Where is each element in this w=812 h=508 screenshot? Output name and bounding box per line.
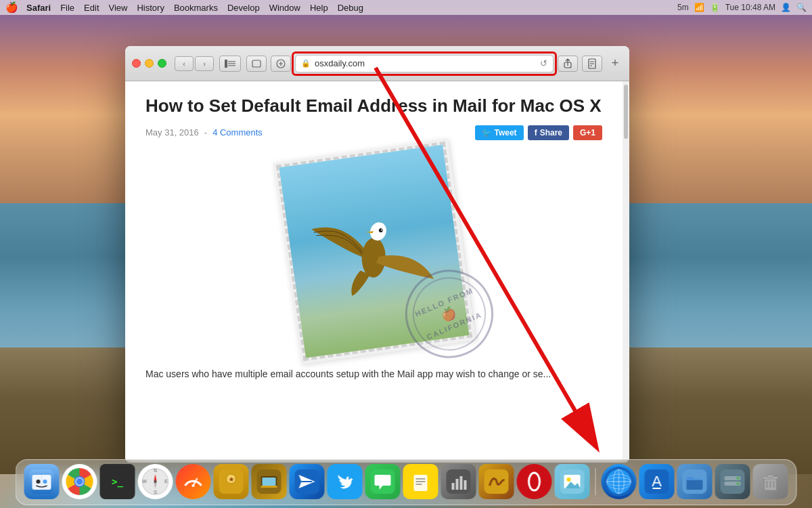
safari-titlebar: ‹ › (125, 46, 629, 81)
lock-icon: 🔒 (301, 59, 311, 68)
menubar-develop[interactable]: Develop (227, 3, 260, 13)
svg-rect-63 (460, 476, 463, 490)
svg-rect-64 (464, 480, 467, 490)
dock-preview[interactable] (555, 464, 590, 499)
dock-send-app[interactable] (290, 464, 325, 499)
meta-separator: - (204, 127, 207, 137)
svg-rect-56 (414, 475, 428, 491)
mail-stamp: HELLO FROM 🍎 CALIFORNIA (273, 138, 475, 364)
svg-rect-1 (228, 61, 235, 62)
tab-overview-button[interactable] (246, 56, 267, 72)
dock-finder[interactable] (24, 464, 60, 499)
dock-files[interactable] (677, 464, 713, 499)
nav-buttons: ‹ › (175, 56, 214, 71)
menubar-file[interactable]: File (60, 3, 74, 13)
dock-safari-red[interactable] (176, 464, 211, 499)
facebook-icon: f (535, 128, 537, 137)
dock-safari[interactable]: N S W E (138, 464, 173, 499)
article-body: Mac users who have multiple email accoun… (145, 366, 602, 381)
safari-content: How to Set Default Email Address in Mail… (125, 81, 629, 463)
facebook-share-button[interactable]: f Share (528, 125, 569, 140)
reading-list-button[interactable] (582, 56, 602, 72)
article-date: May 31, 2016 (145, 127, 199, 137)
svg-text:S: S (154, 490, 157, 494)
traffic-lights (132, 59, 166, 68)
url-text[interactable]: osxdaily.com (315, 58, 365, 68)
sidebar-toggle[interactable] (219, 56, 241, 72)
dock-twitter[interactable] (328, 464, 363, 499)
svg-point-85 (737, 477, 740, 480)
menubar-window[interactable]: Window (269, 3, 300, 13)
svg-text:A: A (652, 473, 662, 490)
dock-chrome[interactable] (62, 464, 97, 499)
svg-point-70 (567, 478, 571, 482)
scrollbar-thumb[interactable] (624, 85, 628, 139)
dock-trash[interactable] (753, 464, 788, 499)
menubar-user-icon: 👤 (781, 3, 791, 12)
desktop: 🍎 Safari File Edit View History Bookmark… (0, 0, 812, 508)
url-bar[interactable]: 🔒 osxdaily.com ↺ (295, 55, 554, 72)
article-comments-link[interactable]: 4 Comments (212, 127, 263, 137)
postmark-line2: CALIFORNIA (425, 310, 483, 341)
dock-messages[interactable] (365, 464, 401, 499)
apple-menu-icon[interactable]: 🍎 (5, 1, 18, 14)
postmark-line1: HELLO FROM (413, 286, 474, 318)
forward-button[interactable]: › (195, 56, 214, 71)
menubar-battery-icon: 🔋 (710, 3, 720, 12)
menubar-safari[interactable]: Safari (26, 3, 51, 13)
dock: >_ N S W E (16, 459, 797, 505)
url-bar-wrapper: 🔒 osxdaily.com ↺ (295, 55, 554, 72)
close-button[interactable] (132, 59, 141, 68)
dock-music-bars[interactable] (441, 464, 476, 499)
svg-rect-91 (767, 475, 774, 478)
gplus-button[interactable]: G+1 (573, 125, 602, 140)
reload-icon[interactable]: ↺ (540, 58, 547, 68)
svg-point-22 (37, 480, 41, 484)
article-area: How to Set Default Email Address in Mail… (125, 81, 623, 463)
menubar: 🍎 Safari File Edit View History Bookmark… (0, 0, 812, 15)
stamp-illustration: HELLO FROM 🍎 CALIFORNIA (145, 150, 602, 353)
share-button[interactable] (558, 56, 578, 72)
apple-logo-icon: 🍎 (438, 303, 459, 324)
dock-workgroup-manager[interactable] (715, 464, 750, 499)
tweet-button[interactable]: 🐦 Tweet (475, 125, 524, 140)
dock-opera[interactable] (517, 464, 552, 499)
svg-rect-3 (228, 65, 235, 66)
menubar-history[interactable]: History (137, 3, 164, 13)
svg-rect-49 (261, 486, 277, 488)
menubar-wifi-icon: 📶 (694, 3, 704, 12)
svg-rect-0 (225, 60, 227, 68)
menubar-bookmarks[interactable]: Bookmarks (174, 3, 218, 13)
dock-globe[interactable] (602, 464, 637, 499)
dock-gold-app[interactable]: ★ (214, 464, 249, 499)
dock-terminal[interactable]: >_ (100, 464, 135, 499)
menubar-help[interactable]: Help (310, 3, 328, 13)
svg-point-29 (76, 478, 83, 485)
svg-point-42 (192, 484, 195, 487)
dock-scanner[interactable] (252, 464, 287, 499)
dock-squiggle-app[interactable] (479, 464, 514, 499)
new-tab-button[interactable] (271, 56, 291, 72)
safari-window: ‹ › (125, 46, 629, 463)
article-title: How to Set Default Email Address in Mail… (145, 95, 602, 117)
add-new-tab-button[interactable]: + (608, 56, 623, 71)
svg-rect-48 (263, 478, 276, 486)
back-button[interactable]: ‹ (175, 56, 194, 71)
minimize-button[interactable] (145, 59, 154, 68)
menubar-search-icon[interactable]: 🔍 (796, 3, 807, 12)
svg-text:W: W (142, 479, 147, 484)
svg-rect-4 (252, 60, 261, 67)
svg-text:E: E (164, 479, 168, 484)
dock-appstore[interactable]: A (639, 464, 675, 499)
svg-point-39 (154, 480, 157, 483)
menubar-debug[interactable]: Debug (338, 3, 363, 13)
maximize-button[interactable] (158, 59, 166, 68)
scrollbar[interactable] (623, 81, 629, 463)
menubar-5m: 5m (677, 3, 689, 12)
menubar-edit[interactable]: Edit (84, 3, 99, 13)
menubar-view[interactable]: View (109, 3, 128, 13)
twitter-icon: 🐦 (482, 128, 492, 137)
menubar-right: 5m 📶 🔋 Tue 10:48 AM 👤 🔍 (677, 3, 807, 12)
dock-notes[interactable] (403, 464, 438, 499)
svg-rect-62 (456, 479, 459, 490)
